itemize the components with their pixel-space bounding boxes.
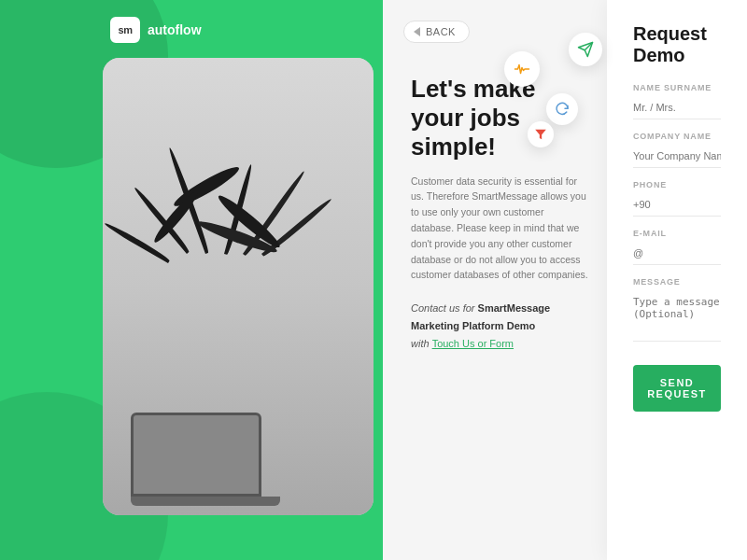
- logo-area: sm autoflow: [110, 17, 202, 43]
- floating-refresh-icon: [546, 93, 578, 125]
- back-arrow-icon: [414, 27, 420, 36]
- floating-filter-icon: [528, 121, 554, 147]
- logo-mark: sm: [110, 17, 140, 43]
- middle-content: BACK: [383, 0, 607, 560]
- brand-name: autoflow: [148, 22, 202, 37]
- email-input[interactable]: [633, 242, 721, 265]
- form-panel: Request Demo NAME SURNAME COMPANY NAME P…: [607, 0, 747, 560]
- name-input[interactable]: [633, 96, 721, 119]
- contact-link[interactable]: Touch Us or Form: [432, 338, 514, 349]
- plant-decoration: [131, 142, 317, 422]
- laptop-image: [131, 413, 280, 497]
- form-title: Request Demo: [633, 23, 721, 66]
- message-field-group: MESSAGE: [633, 277, 721, 345]
- send-request-button[interactable]: SEND REQUEST: [633, 365, 721, 412]
- phone-input[interactable]: [633, 193, 721, 217]
- photo-card: [103, 58, 374, 515]
- message-label: MESSAGE: [633, 277, 721, 287]
- name-label: NAME SURNAME: [633, 83, 721, 92]
- contact-text: Contact us for SmartMessage Marketing Pl…: [411, 300, 588, 352]
- email-field-group: E-MAIL: [633, 229, 721, 265]
- right-panel: BACK: [383, 0, 747, 560]
- back-button[interactable]: BACK: [403, 21, 470, 43]
- company-field-group: COMPANY NAME: [633, 132, 721, 168]
- contact-prefix: Contact us for: [411, 302, 474, 314]
- message-input[interactable]: [633, 290, 721, 342]
- phone-field-group: PHONE: [633, 180, 721, 217]
- back-button-label: BACK: [426, 26, 456, 37]
- company-label: COMPANY NAME: [633, 132, 721, 141]
- left-panel: sm autoflow: [0, 0, 383, 560]
- email-label: E-MAIL: [633, 229, 721, 238]
- hero-description: Customer data security is essential for …: [411, 174, 588, 284]
- contact-middle: with: [411, 338, 430, 349]
- phone-label: PHONE: [633, 180, 721, 189]
- name-field-group: NAME SURNAME: [633, 83, 721, 119]
- company-input[interactable]: [633, 145, 721, 168]
- floating-send-icon: [569, 33, 602, 66]
- floating-pulse-icon: [504, 51, 540, 87]
